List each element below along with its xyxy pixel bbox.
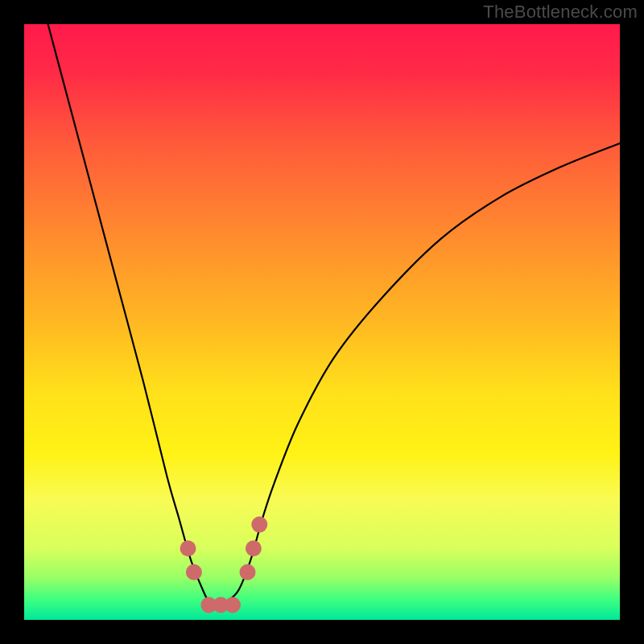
- curve-marker: [180, 540, 196, 556]
- curve-layer: [24, 24, 620, 620]
- curve-marker: [251, 517, 267, 533]
- curve-markers: [180, 517, 268, 613]
- bottleneck-curve: [48, 24, 620, 609]
- curve-marker: [240, 564, 256, 580]
- watermark-text: TheBottleneck.com: [483, 2, 638, 23]
- plot-area: [24, 24, 620, 620]
- curve-marker: [246, 540, 262, 556]
- curve-marker: [186, 564, 202, 580]
- curve-marker: [225, 597, 241, 613]
- chart-frame: TheBottleneck.com: [0, 0, 644, 644]
